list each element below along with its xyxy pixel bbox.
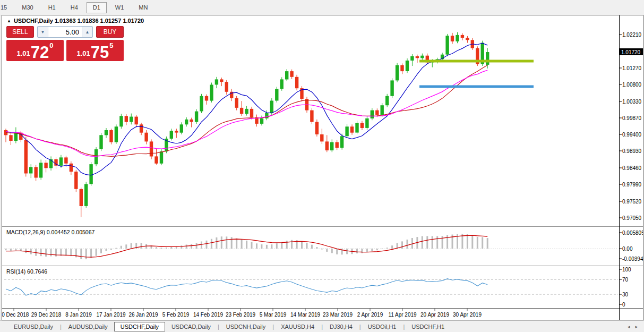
svg-text:14 Feb 2019: 14 Feb 2019 (193, 312, 224, 318)
svg-text:0.00: 0.00 (622, 246, 633, 252)
tab-separator: | (60, 324, 62, 330)
svg-text:2 Apr 2019: 2 Apr 2019 (357, 312, 383, 318)
timeframe-button-m30[interactable]: M30 (15, 2, 39, 13)
sell-price-point: 0 (49, 41, 53, 49)
svg-text:0.005805: 0.005805 (622, 230, 643, 236)
svg-text:0.99400: 0.99400 (622, 132, 642, 138)
tab-separator: | (321, 324, 323, 330)
svg-text:14 Mar 2019: 14 Mar 2019 (290, 312, 321, 318)
volume-input[interactable] (48, 27, 82, 37)
svg-text:0.97990: 0.97990 (622, 182, 642, 188)
tab-separator: | (359, 324, 361, 330)
sell-price-tile[interactable]: 1.01 72 0 (6, 40, 64, 61)
svg-text:23 Mar 2019: 23 Mar 2019 (323, 312, 353, 318)
tab-audusd-daily[interactable]: AUDUSD,Daily (62, 322, 114, 331)
price-axis[interactable]: 1.022101.017201.012701.008001.003300.998… (619, 32, 643, 221)
svg-text:30: 30 (622, 292, 629, 297)
svg-text:17 Jan 2019: 17 Jan 2019 (96, 312, 125, 318)
svg-text:20 Dec 2018: 20 Dec 2018 (2, 312, 29, 318)
timeframe-toolbar: 15M30H1H4D1W1MN (0, 0, 644, 15)
sell-price-base: 1.01 (16, 49, 30, 57)
svg-text:0.98460: 0.98460 (622, 165, 642, 171)
svg-text:0.97520: 0.97520 (622, 199, 642, 205)
rsi-panel: 10070300 (4, 267, 631, 308)
macd-panel: 0.0058050.00-0.003945 (4, 230, 643, 262)
tab-usdcad-daily[interactable]: USDCAD,Daily (165, 322, 217, 331)
svg-text:5 Mar 2019: 5 Mar 2019 (260, 312, 287, 318)
one-click-trading-panel: SELL ▼ ▲ BUY 1.01 72 0 1.01 75 5 (6, 26, 124, 61)
svg-text:0: 0 (622, 302, 625, 308)
chart-title: ▲USDCHF,Daily 1.01363 1.01836 1.01257 1.… (7, 18, 144, 24)
timeframe-button-d1[interactable]: D1 (87, 2, 107, 13)
svg-text:70: 70 (622, 277, 629, 283)
tab-scroll-left-icon[interactable]: ◂ (628, 324, 630, 329)
svg-text:26 Jan 2019: 26 Jan 2019 (128, 312, 158, 318)
svg-text:1.02210: 1.02210 (622, 32, 642, 38)
buy-button[interactable]: BUY (96, 26, 124, 38)
buy-price-point: 5 (109, 41, 113, 49)
tab-usdoil-h1[interactable]: USDOil,H1 (362, 322, 403, 331)
rsi-line (6, 279, 487, 296)
svg-text:0.97050: 0.97050 (622, 215, 642, 221)
svg-text:1.01270: 1.01270 (622, 65, 642, 71)
tab-scroll-right-icon[interactable]: ▸ (635, 324, 638, 329)
svg-text:1.00330: 1.00330 (622, 99, 642, 105)
tab-usdchf-daily[interactable]: USDCHF,Daily (114, 322, 165, 331)
tab-eurusd-daily[interactable]: EURUSD,Daily (7, 322, 59, 331)
tab-separator: | (218, 324, 219, 330)
svg-text:11 Apr 2019: 11 Apr 2019 (388, 312, 417, 318)
tab-scroll-arrows: ◂▸ (622, 324, 638, 329)
timeframe-button-15[interactable]: 15 (0, 2, 13, 13)
chart-title-text: USDCHF,Daily 1.01363 1.01836 1.01257 1.0… (14, 18, 144, 24)
svg-text:30 Apr 2019: 30 Apr 2019 (453, 312, 482, 318)
svg-text:100: 100 (622, 267, 631, 273)
volume-spinner: ▼ ▲ (37, 26, 93, 38)
svg-text:8 Jan 2019: 8 Jan 2019 (65, 312, 92, 318)
svg-text:0.99870: 0.99870 (622, 115, 642, 121)
rsi-indicator-label: RSI(14) 60.7646 (6, 268, 47, 275)
svg-text:29 Dec 2018: 29 Dec 2018 (31, 312, 62, 318)
tab-usdcnh-daily[interactable]: USDCNH,Daily (220, 322, 272, 331)
svg-text:23 Feb 2019: 23 Feb 2019 (226, 312, 256, 318)
svg-text:0.98930: 0.98930 (622, 148, 642, 154)
tab-separator: | (272, 324, 274, 330)
timeframe-button-h1[interactable]: H1 (42, 2, 62, 13)
collapse-triangle-icon[interactable]: ▲ (7, 19, 11, 23)
timeframe-button-mn[interactable]: MN (132, 2, 154, 13)
tab-dj30-h4[interactable]: DJ30,H4 (323, 322, 359, 331)
date-axis[interactable]: 20 Dec 201829 Dec 20188 Jan 201917 Jan 2… (2, 309, 482, 318)
svg-text:1.00800: 1.00800 (622, 82, 642, 88)
sell-button[interactable]: SELL (6, 26, 34, 38)
sell-price-pips: 72 (31, 45, 49, 59)
symbol-tab-bar: EURUSD,Daily|AUDUSD,DailyUSDCHF,DailyUSD… (0, 320, 644, 332)
buy-price-pips: 75 (91, 45, 109, 59)
macd-indicator-label: MACD(12,26,9) 0.004452 0.005067 (6, 229, 95, 235)
tab-xauusd-h4[interactable]: XAUUSD,H4 (274, 322, 321, 331)
timeframe-button-h4[interactable]: H4 (64, 2, 84, 13)
buy-price-base: 1.01 (76, 49, 90, 57)
timeframe-button-w1[interactable]: W1 (109, 2, 131, 13)
svg-text:1.01720: 1.01720 (621, 49, 641, 55)
volume-increase-button[interactable]: ▲ (82, 27, 92, 37)
volume-decrease-button[interactable]: ▼ (38, 27, 48, 37)
svg-text:5 Feb 2019: 5 Feb 2019 (162, 312, 190, 318)
svg-text:-0.003945: -0.003945 (622, 256, 643, 262)
tab-separator: | (403, 324, 405, 330)
buy-price-tile[interactable]: 1.01 75 5 (66, 40, 124, 61)
svg-text:20 Apr 2019: 20 Apr 2019 (420, 312, 449, 318)
chart-window: 1.022101.017201.012701.008001.003300.998… (2, 15, 643, 320)
tab-usdchf-h1[interactable]: USDCHF,H1 (405, 322, 451, 331)
